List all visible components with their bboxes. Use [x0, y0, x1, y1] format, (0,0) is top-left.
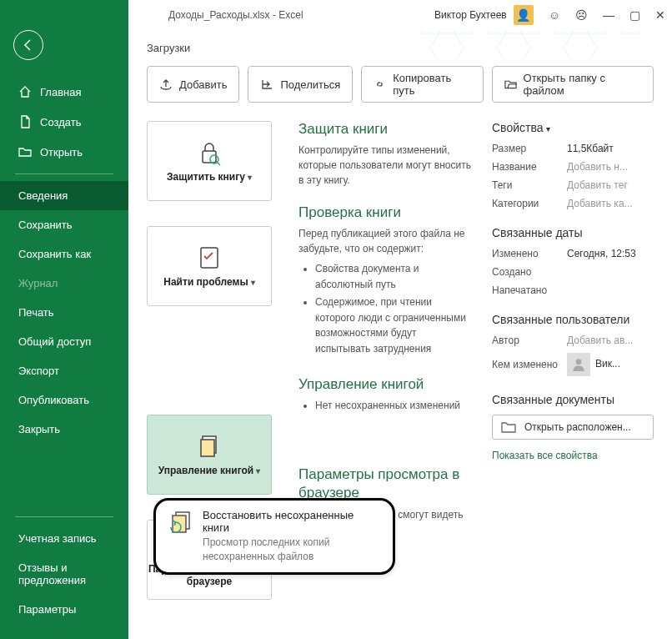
protect-section: Защита книги Контролируйте типы изменени… [298, 121, 474, 188]
add-tags[interactable]: Добавить тег [567, 179, 628, 191]
nav-export[interactable]: Экспорт [0, 356, 128, 385]
manage-tile[interactable]: Управление книгой▾ [147, 415, 272, 495]
copypath-button[interactable]: Копировать путь [361, 66, 483, 103]
folder-open-icon [18, 145, 32, 158]
action-row: Добавить Поделиться Копировать путь Откр… [147, 66, 654, 103]
properties-panel: Свойства ▾ Размер11,5Кбайт НазваниеДобав… [492, 121, 654, 461]
nav-publish[interactable]: Опубликовать [0, 385, 128, 415]
maximize-icon[interactable]: ▢ [629, 8, 640, 22]
nav-saveas[interactable]: Сохранить как [0, 239, 128, 269]
avatar: 👤 [514, 5, 534, 25]
svg-rect-14 [201, 440, 214, 456]
close-icon[interactable]: ✕ [655, 8, 665, 22]
add-author[interactable]: Добавить ав... [567, 335, 633, 346]
home-icon [18, 85, 32, 98]
add-category[interactable]: Добавить ка... [567, 198, 633, 209]
share-button[interactable]: Поделиться [248, 66, 353, 103]
user-name: Виктор Бухтеев [434, 9, 507, 21]
callout-desc: Просмотр последних копий несохраненных ф… [203, 536, 381, 564]
nav-info[interactable]: Сведения [0, 181, 128, 210]
document-icon [18, 115, 32, 128]
user-placeholder-icon [567, 353, 590, 376]
show-all-properties[interactable]: Показать все свойства [492, 450, 654, 461]
face-sad-icon[interactable]: ☹ [575, 8, 588, 22]
folder-icon [501, 420, 516, 434]
nav-print[interactable]: Печать [0, 298, 128, 327]
face-smile-icon[interactable]: ☺ [549, 8, 560, 22]
upload-button[interactable]: Добавить [147, 66, 239, 103]
svg-point-19 [576, 359, 582, 365]
user-account[interactable]: Виктор Бухтеев 👤 [434, 5, 534, 25]
nav-close[interactable]: Закрыть [0, 415, 128, 444]
nav-share[interactable]: Общий доступ [0, 327, 128, 356]
nav-open[interactable]: Открыть [0, 137, 128, 167]
svg-marker-9 [564, 33, 597, 58]
svg-rect-10 [203, 151, 216, 163]
protect-tile[interactable]: Защитить книгу▾ [147, 121, 272, 201]
sidebar: Главная Создать Открыть Сведения Сохрани… [0, 0, 128, 639]
nav-account[interactable]: Учетная запись [0, 524, 128, 553]
lock-icon [196, 139, 223, 166]
inspect-tile[interactable]: Найти проблемы▾ [147, 226, 272, 306]
recover-unsaved-callout[interactable]: Восстановить несохраненные книги Просмот… [153, 498, 395, 575]
nav-create[interactable]: Создать [0, 107, 128, 137]
titlebar: Доходы_Расходы.xlsx - Excel Виктор Бухте… [128, 0, 672, 30]
minimize-icon[interactable]: — [603, 8, 614, 22]
nav-save[interactable]: Сохранить [0, 210, 128, 239]
nav-home[interactable]: Главная [0, 77, 128, 107]
recover-icon [168, 509, 194, 536]
svg-rect-12 [201, 248, 218, 268]
props-heading[interactable]: Свойства ▾ [492, 121, 654, 134]
document-title: Доходы_Расходы.xlsx - Excel [168, 9, 303, 21]
back-button[interactable] [13, 30, 43, 60]
manage-section: Управление книгой Нет несохраненных изме… [298, 376, 474, 416]
inspect-section: Проверка книги Перед публикацией этого ф… [298, 204, 474, 360]
callout-title: Восстановить несохраненные книги [203, 509, 381, 534]
svg-marker-7 [430, 33, 464, 58]
openfolder-button[interactable]: Открыть папку с файлом [492, 66, 654, 103]
nav-history: Журнал [0, 269, 128, 298]
workbook-icon [196, 433, 223, 460]
svg-marker-8 [497, 33, 530, 58]
nav-feedback[interactable]: Отзывы и предложения [0, 553, 128, 595]
nav-options[interactable]: Параметры [0, 595, 128, 624]
open-location-button[interactable]: Открыть расположен... [492, 415, 654, 440]
add-title[interactable]: Добавить н... [567, 161, 628, 173]
checklist-icon [196, 244, 223, 271]
